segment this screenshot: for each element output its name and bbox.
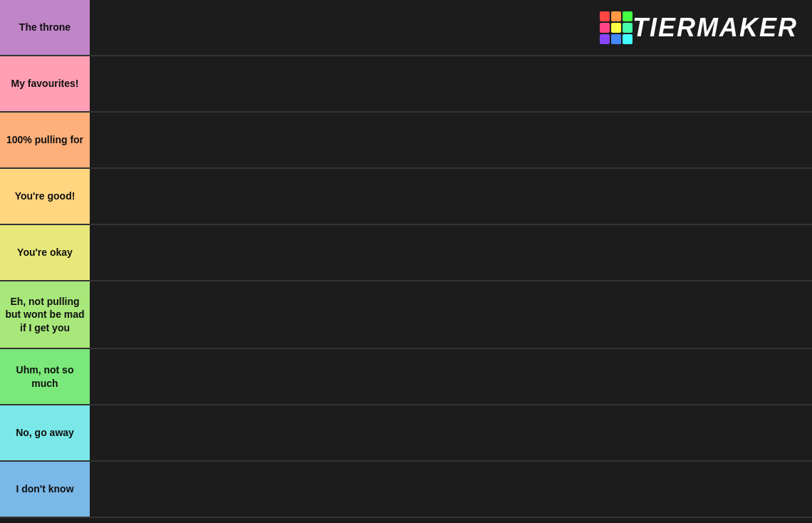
tier-content-goaway[interactable]: [90, 405, 812, 460]
tier-row-goaway: No, go away: [0, 405, 812, 462]
tier-content-good[interactable]: [90, 169, 812, 224]
logo-text: TiERMAKER: [633, 13, 798, 43]
tier-label-pulling: 100% pulling for: [0, 113, 90, 167]
tier-row-favourites: My favourites!: [0, 56, 812, 113]
tier-label-favourites: My favourites!: [0, 56, 90, 111]
tier-row-throne: The throneTiERMAKER: [0, 0, 812, 56]
tier-row-good: You're good!: [0, 169, 812, 225]
tier-label-goaway: No, go away: [0, 405, 90, 460]
tier-row-notmuch: Uhm, not so much: [0, 349, 812, 405]
tier-label-throne: The throne: [0, 0, 90, 55]
tier-content-notmuch[interactable]: [90, 349, 812, 404]
tier-content-pulling[interactable]: [90, 113, 812, 167]
tier-content-notpulling[interactable]: [90, 281, 812, 348]
logo-area: TiERMAKER: [600, 0, 812, 55]
logo-grid-icon: [600, 11, 633, 44]
tier-label-dontknow: I don't know: [0, 462, 90, 517]
tier-label-notpulling: Eh, not pulling but wont be mad if I get…: [0, 281, 90, 348]
tier-label-okay: You're okay: [0, 225, 90, 280]
tier-row-okay: You're okay: [0, 225, 812, 281]
tier-content-dontknow[interactable]: [90, 462, 812, 517]
tier-row-notpulling: Eh, not pulling but wont be mad if I get…: [0, 281, 812, 349]
tier-label-good: You're good!: [0, 169, 90, 224]
tier-row-pulling: 100% pulling for: [0, 113, 812, 169]
tier-label-notmuch: Uhm, not so much: [0, 349, 90, 404]
tier-content-okay[interactable]: [90, 225, 812, 280]
tier-row-dontknow: I don't know: [0, 462, 812, 518]
tier-content-favourites[interactable]: [90, 56, 812, 111]
tier-list: The throneTiERMAKERMy favourites!100% pu…: [0, 0, 812, 523]
